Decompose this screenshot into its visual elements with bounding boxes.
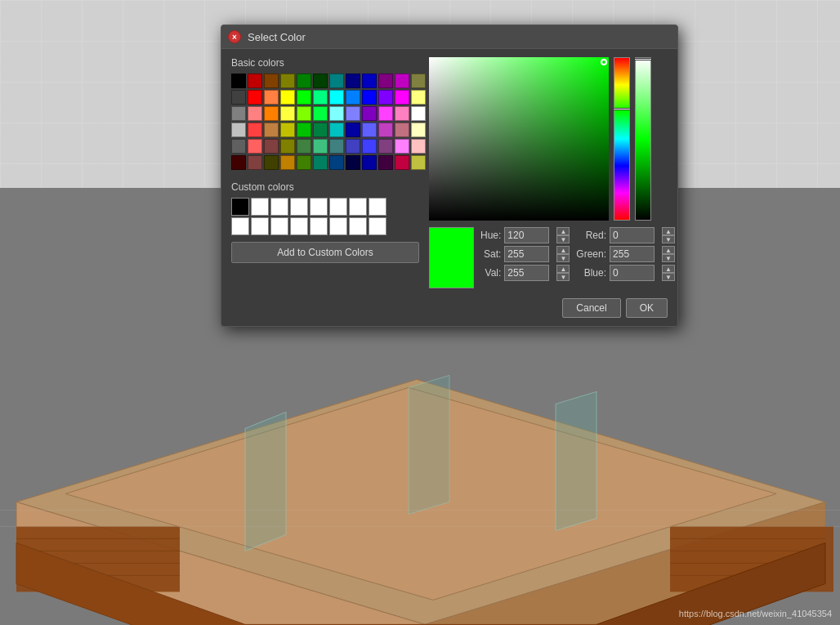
basic-color-swatch[interactable] [329,90,344,105]
red-spinner[interactable]: ▲ ▼ [662,227,675,243]
basic-color-swatch[interactable] [248,74,262,88]
basic-color-swatch[interactable] [297,123,311,137]
basic-color-swatch[interactable] [313,90,328,105]
custom-color-swatch[interactable] [231,217,249,235]
basic-color-swatch[interactable] [313,123,328,137]
basic-color-swatch[interactable] [264,74,279,88]
basic-color-swatch[interactable] [362,139,377,154]
hue-slider[interactable] [614,57,630,221]
sat-spinner[interactable]: ▲ ▼ [556,246,570,262]
custom-color-swatch[interactable] [290,198,308,216]
basic-color-swatch[interactable] [411,90,426,105]
basic-color-swatch[interactable] [313,139,328,154]
val-spinner[interactable]: ▲ ▼ [556,265,570,281]
basic-color-swatch[interactable] [346,74,360,88]
basic-color-swatch[interactable] [329,139,344,154]
green-spin-up[interactable]: ▲ [662,246,675,254]
sat-input[interactable] [504,246,549,262]
green-input[interactable] [610,246,655,262]
val-spin-up[interactable]: ▲ [556,265,570,273]
blue-spinner[interactable]: ▲ ▼ [662,265,675,281]
color-gradient-picker[interactable] [429,57,609,221]
basic-color-swatch[interactable] [297,106,311,121]
red-input[interactable] [610,227,655,243]
basic-color-swatch[interactable] [231,74,246,88]
sat-spin-down[interactable]: ▼ [556,254,570,262]
basic-color-swatch[interactable] [395,155,409,170]
hue-spin-up[interactable]: ▲ [556,227,570,235]
custom-color-swatch[interactable] [310,198,328,216]
basic-color-swatch[interactable] [248,123,262,137]
basic-color-swatch[interactable] [411,123,426,137]
basic-color-swatch[interactable] [280,90,295,105]
basic-color-swatch[interactable] [297,139,311,154]
basic-color-swatch[interactable] [395,74,409,88]
custom-color-swatch[interactable] [270,198,288,216]
basic-color-swatch[interactable] [378,106,393,121]
basic-color-swatch[interactable] [395,106,409,121]
basic-color-swatch[interactable] [329,155,344,170]
basic-color-swatch[interactable] [346,155,360,170]
basic-color-swatch[interactable] [231,155,246,170]
hue-input[interactable] [504,227,549,243]
basic-color-swatch[interactable] [280,139,295,154]
custom-color-swatch[interactable] [369,217,386,235]
val-input[interactable] [504,265,549,281]
basic-color-swatch[interactable] [411,139,426,154]
basic-color-swatch[interactable] [280,123,295,137]
basic-color-swatch[interactable] [378,155,393,170]
basic-color-swatch[interactable] [313,106,328,121]
basic-color-swatch[interactable] [346,123,360,137]
basic-color-swatch[interactable] [231,123,246,137]
basic-color-swatch[interactable] [313,74,328,88]
custom-color-swatch[interactable] [349,198,367,216]
basic-color-swatch[interactable] [231,139,246,154]
basic-color-swatch[interactable] [378,74,393,88]
basic-color-swatch[interactable] [362,74,377,88]
custom-color-swatch[interactable] [369,198,386,216]
basic-color-swatch[interactable] [346,106,360,121]
hue-spin-down[interactable]: ▼ [556,235,570,243]
basic-color-swatch[interactable] [264,123,279,137]
custom-color-swatch[interactable] [231,198,249,216]
cancel-button[interactable]: Cancel [562,298,620,318]
ok-button[interactable]: OK [626,298,668,318]
basic-color-swatch[interactable] [329,74,344,88]
basic-color-swatch[interactable] [346,139,360,154]
sat-spin-up[interactable]: ▲ [556,246,570,254]
val-spin-down[interactable]: ▼ [556,273,570,281]
custom-color-swatch[interactable] [349,217,367,235]
red-spin-up[interactable]: ▲ [662,227,675,235]
custom-color-swatch[interactable] [310,217,328,235]
basic-color-swatch[interactable] [264,106,279,121]
basic-color-swatch[interactable] [346,90,360,105]
green-spinner[interactable]: ▲ ▼ [662,246,675,262]
basic-color-swatch[interactable] [411,155,426,170]
basic-color-swatch[interactable] [395,123,409,137]
basic-color-swatch[interactable] [411,106,426,121]
basic-color-swatch[interactable] [362,106,377,121]
basic-color-swatch[interactable] [362,90,377,105]
value-slider[interactable] [635,57,651,221]
basic-color-swatch[interactable] [248,106,262,121]
blue-spin-down[interactable]: ▼ [662,273,675,281]
basic-color-swatch[interactable] [280,106,295,121]
basic-color-swatch[interactable] [280,74,295,88]
basic-color-swatch[interactable] [329,106,344,121]
custom-color-swatch[interactable] [290,217,308,235]
basic-color-swatch[interactable] [231,106,246,121]
basic-color-swatch[interactable] [329,123,344,137]
basic-color-swatch[interactable] [264,90,279,105]
custom-color-swatch[interactable] [329,217,347,235]
basic-color-swatch[interactable] [362,123,377,137]
custom-color-swatch[interactable] [251,198,269,216]
basic-color-swatch[interactable] [378,90,393,105]
basic-color-swatch[interactable] [248,90,262,105]
custom-color-swatch[interactable] [329,198,347,216]
basic-color-swatch[interactable] [231,90,246,105]
custom-color-swatch[interactable] [270,217,288,235]
basic-color-swatch[interactable] [297,74,311,88]
hue-spinner[interactable]: ▲ ▼ [556,227,570,243]
blue-spin-up[interactable]: ▲ [662,265,675,273]
basic-color-swatch[interactable] [395,139,409,154]
